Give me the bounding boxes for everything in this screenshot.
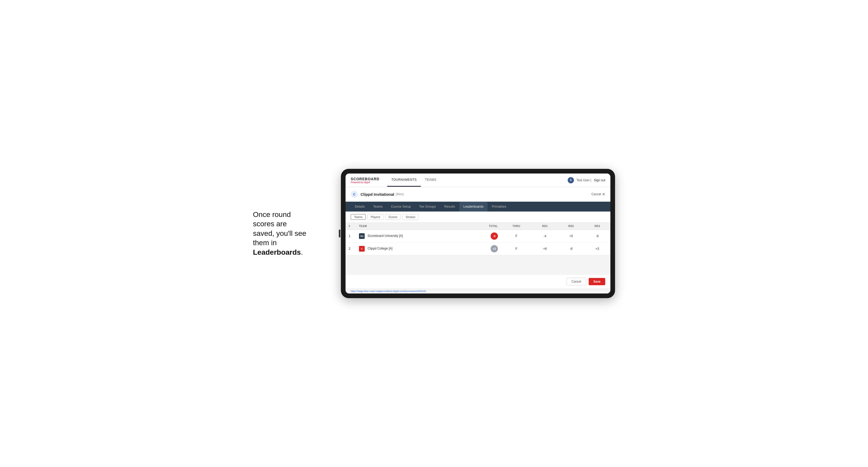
col-thru: THRU [501, 223, 532, 230]
filter-bar: Teams Players Scores Strokes [345, 212, 610, 223]
url-text: https://stage-blue-coach.stagescorebord.… [351, 290, 426, 292]
leaderboard-table: # TEAM TOTAL THRU RD1 RD2 RD3 1 [345, 223, 610, 255]
row2-rd1: +8 [532, 243, 558, 255]
left-text-highlight: Leaderboards [253, 248, 301, 256]
logo-brand: clippd [364, 181, 370, 184]
top-nav: SCOREBOARD Powered by clippd TOURNAMENTS… [345, 174, 610, 187]
tab-printables[interactable]: Printables [488, 202, 510, 212]
table-row: 2 C Clippd College [A] +3 F +8 -8 +3 [345, 243, 610, 255]
tournament-subtitle: (Men) [396, 192, 404, 196]
sign-out-link[interactable]: Sign out [594, 179, 605, 182]
left-text-line2: scores are [253, 220, 287, 228]
left-description: Once round scores are saved, you'll see … [253, 210, 326, 257]
tab-results[interactable]: Results [440, 202, 459, 212]
left-text-line1: Once round [253, 211, 291, 218]
user-name: Test User | [577, 179, 591, 182]
tablet-screen: SCOREBOARD Powered by clippd TOURNAMENTS… [345, 174, 610, 293]
sub-nav: Details Teams Course Setup Tee Groups Re… [345, 202, 610, 212]
row2-thru: F [501, 243, 532, 255]
team2-name: Clippd College [A] [368, 247, 392, 250]
tablet-button [339, 229, 340, 238]
row2-score-badge: +3 [491, 245, 498, 252]
col-rd1: RD1 [532, 223, 558, 230]
col-rd2: RD2 [558, 223, 584, 230]
filter-players[interactable]: Players [367, 214, 383, 220]
row1-rd2: +5 [558, 230, 584, 243]
tournament-icon: C [351, 191, 358, 198]
row1-thru: F [501, 230, 532, 243]
logo-sub-prefix: Powered by [351, 181, 364, 184]
tab-teams[interactable]: Teams [369, 202, 387, 212]
row2-team: C Clippd College [A] [356, 243, 467, 255]
filter-teams[interactable]: Teams [351, 214, 366, 220]
tab-leaderboards[interactable]: Leaderboards [459, 202, 488, 212]
row1-total: -5 [467, 230, 501, 243]
cancel-label: Cancel [591, 192, 601, 196]
filter-strokes[interactable]: Strokes [402, 214, 418, 220]
left-text-line3: saved, you'll see [253, 229, 306, 238]
row1-score-badge: -5 [491, 232, 498, 240]
logo-sub: Powered by clippd [351, 181, 379, 184]
row1-rank: 1 [345, 230, 356, 243]
tournament-title: Clippd Invitational [361, 192, 394, 196]
logo-area: SCOREBOARD Powered by clippd [351, 177, 379, 184]
nav-right: S Test User | Sign out [568, 177, 605, 183]
tab-details[interactable]: Details [351, 202, 369, 212]
cancel-button[interactable]: Cancel [567, 278, 586, 285]
row1-rd1: -4 [532, 230, 558, 243]
row1-team: SU Scoreboard University [A] [356, 230, 467, 243]
nav-links: TOURNAMENTS TEAMS [387, 174, 440, 187]
tournament-header: C Clippd Invitational (Men) Cancel ✕ [345, 187, 610, 202]
team1-name: Scoreboard University [A] [368, 234, 403, 238]
tournament-cancel-button[interactable]: Cancel ✕ [591, 192, 605, 196]
row2-rank: 2 [345, 243, 356, 255]
bottom-footer: Cancel Save [345, 274, 610, 288]
nav-tournaments[interactable]: TOURNAMENTS [387, 174, 421, 187]
row1-rd3: -6 [584, 230, 610, 243]
team2-logo: C [359, 246, 365, 252]
url-bar: https://stage-blue-coach.stagescorebord.… [345, 288, 610, 293]
left-text-line4: them in [253, 239, 277, 247]
tablet-frame: SCOREBOARD Powered by clippd TOURNAMENTS… [341, 169, 615, 298]
team1-logo: SU [359, 233, 365, 239]
logo-title: SCOREBOARD [351, 177, 379, 181]
col-rank: # [345, 223, 356, 230]
left-text-period: . [301, 248, 303, 256]
close-icon: ✕ [602, 192, 605, 196]
table-row: 1 SU Scoreboard University [A] -5 F -4 +… [345, 230, 610, 243]
col-rd3: RD3 [584, 223, 610, 230]
nav-teams[interactable]: TEAMS [421, 174, 440, 187]
col-total: TOTAL [467, 223, 501, 230]
col-team: TEAM [356, 223, 467, 230]
leaderboard-table-area: # TEAM TOTAL THRU RD1 RD2 RD3 1 [345, 223, 610, 274]
filter-scores[interactable]: Scores [385, 214, 401, 220]
row2-rd3: +3 [584, 243, 610, 255]
row2-total: +3 [467, 243, 501, 255]
tab-tee-groups[interactable]: Tee Groups [415, 202, 440, 212]
save-button[interactable]: Save [589, 278, 605, 285]
user-avatar: S [568, 177, 574, 183]
tab-course-setup[interactable]: Course Setup [387, 202, 415, 212]
row2-rd2: -8 [558, 243, 584, 255]
